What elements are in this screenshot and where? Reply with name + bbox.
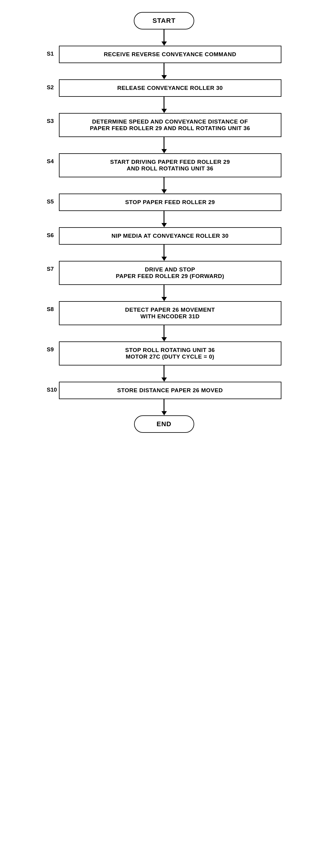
arrow-1 — [47, 63, 281, 79]
connector-line — [163, 29, 165, 41]
step-row-s9: S9 STOP ROLL ROTATING UNIT 36 MOTOR 27C … — [47, 341, 281, 366]
arrow-0 — [47, 29, 281, 46]
connector-line — [163, 366, 165, 377]
connector-line — [163, 177, 165, 189]
arrow-head — [161, 297, 167, 301]
process-box-s1: RECEIVE REVERSE CONVEYANCE COMMAND — [59, 46, 281, 63]
step-content-s3: DETERMINE SPEED AND CONVEYANCE DISTANCE … — [59, 113, 281, 137]
step-label-s5: S5 — [47, 193, 59, 205]
step-row-s4: S4 START DRIVING PAPER FEED ROLLER 29 AN… — [47, 153, 281, 177]
step-row-s8: S8 DETECT PAPER 26 MOVEMENT WITH ENCODER… — [47, 301, 281, 325]
step-row-s3: S3 DETERMINE SPEED AND CONVEYANCE DISTAN… — [47, 113, 281, 137]
arrow-4 — [47, 177, 281, 193]
connector-line — [163, 285, 165, 297]
arrow-7 — [47, 285, 281, 301]
end-terminal: END — [134, 415, 194, 433]
process-box-s10: STORE DISTANCE PAPER 26 MOVED — [59, 382, 281, 399]
arrow-10 — [47, 399, 281, 415]
step-content-s6: NIP MEDIA AT CONVEYANCE ROLLER 30 — [59, 227, 281, 245]
flowchart: START S1 RECEIVE REVERSE CONVEYANCE COMM… — [47, 12, 281, 433]
process-box-s7: DRIVE AND STOP PAPER FEED ROLLER 29 (FOR… — [59, 261, 281, 285]
connector-line — [163, 399, 165, 411]
process-box-s4: START DRIVING PAPER FEED ROLLER 29 AND R… — [59, 153, 281, 177]
process-box-s9: STOP ROLL ROTATING UNIT 36 MOTOR 27C (DU… — [59, 341, 281, 366]
step-content-s4: START DRIVING PAPER FEED ROLLER 29 AND R… — [59, 153, 281, 177]
step-row-s10: S10 STORE DISTANCE PAPER 26 MOVED — [47, 382, 281, 399]
connector-line — [163, 137, 165, 149]
step-content-s8: DETECT PAPER 26 MOVEMENT WITH ENCODER 31… — [59, 301, 281, 325]
step-content-s7: DRIVE AND STOP PAPER FEED ROLLER 29 (FOR… — [59, 261, 281, 285]
process-box-s8: DETECT PAPER 26 MOVEMENT WITH ENCODER 31… — [59, 301, 281, 325]
step-label-s7: S7 — [47, 261, 59, 272]
arrow-head — [161, 41, 167, 46]
arrow-8 — [47, 325, 281, 341]
arrow-5 — [47, 211, 281, 227]
step-content-s5: STOP PAPER FEED ROLLER 29 — [59, 193, 281, 211]
arrow-head — [161, 189, 167, 193]
arrow-3 — [47, 137, 281, 153]
step-row-s2: S2 RELEASE CONVEYANCE ROLLER 30 — [47, 79, 281, 97]
connector-line — [163, 245, 165, 257]
connector-line — [163, 63, 165, 75]
arrow-head — [161, 149, 167, 153]
arrow-head — [161, 223, 167, 227]
connector-line — [163, 97, 165, 109]
step-row-s7: S7 DRIVE AND STOP PAPER FEED ROLLER 29 (… — [47, 261, 281, 285]
step-label-s1: S1 — [47, 46, 59, 57]
step-row-s5: S5 STOP PAPER FEED ROLLER 29 — [47, 193, 281, 211]
step-row-s1: S1 RECEIVE REVERSE CONVEYANCE COMMAND — [47, 46, 281, 63]
process-box-s6: NIP MEDIA AT CONVEYANCE ROLLER 30 — [59, 227, 281, 245]
start-terminal: START — [134, 12, 194, 29]
step-content-s2: RELEASE CONVEYANCE ROLLER 30 — [59, 79, 281, 97]
arrow-2 — [47, 97, 281, 113]
step-content-s1: RECEIVE REVERSE CONVEYANCE COMMAND — [59, 46, 281, 63]
step-content-s10: STORE DISTANCE PAPER 26 MOVED — [59, 382, 281, 399]
connector-line — [163, 325, 165, 337]
arrow-head — [161, 75, 167, 79]
step-label-s9: S9 — [47, 341, 59, 353]
connector-line — [163, 211, 165, 223]
arrow-9 — [47, 366, 281, 382]
arrow-head — [161, 109, 167, 113]
step-label-s3: S3 — [47, 113, 59, 124]
step-label-s4: S4 — [47, 153, 59, 165]
arrow-head — [161, 411, 167, 415]
step-row-s6: S6 NIP MEDIA AT CONVEYANCE ROLLER 30 — [47, 227, 281, 245]
step-label-s8: S8 — [47, 301, 59, 313]
arrow-6 — [47, 245, 281, 261]
step-label-s10: S10 — [47, 382, 59, 393]
process-box-s3: DETERMINE SPEED AND CONVEYANCE DISTANCE … — [59, 113, 281, 137]
arrow-head — [161, 257, 167, 261]
process-box-s5: STOP PAPER FEED ROLLER 29 — [59, 193, 281, 211]
arrow-head — [161, 337, 167, 341]
arrow-line-0 — [161, 29, 167, 46]
step-content-s9: STOP ROLL ROTATING UNIT 36 MOTOR 27C (DU… — [59, 341, 281, 366]
step-label-s6: S6 — [47, 227, 59, 239]
process-box-s2: RELEASE CONVEYANCE ROLLER 30 — [59, 79, 281, 97]
arrow-head — [161, 377, 167, 382]
step-label-s2: S2 — [47, 79, 59, 91]
